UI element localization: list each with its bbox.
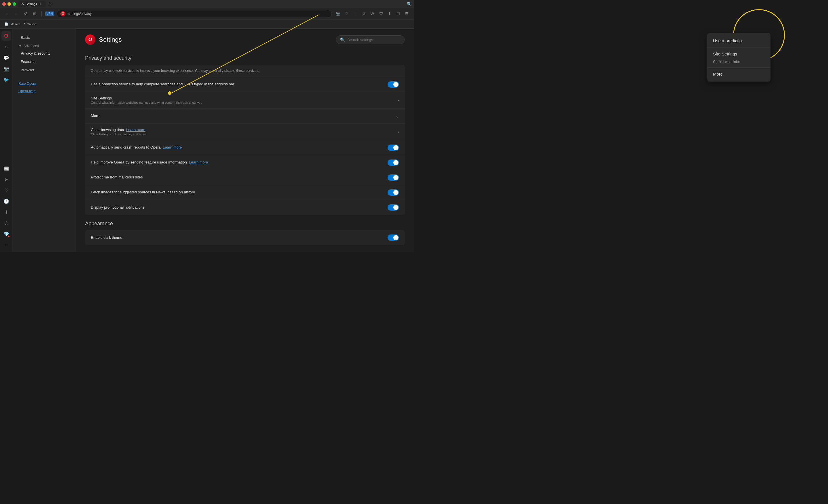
advanced-label: Advanced	[24, 44, 39, 48]
sidebar-item-basic[interactable]: Basic	[15, 33, 73, 42]
privacy-card: Opera may use web services to improve yo…	[85, 65, 405, 215]
minimize-button[interactable]	[7, 2, 11, 6]
sidebar-item-advanced[interactable]: ▼ Advanced	[13, 42, 76, 49]
tab-bar: ⚙ Settings × +	[18, 1, 53, 7]
fetch-images-action	[387, 189, 399, 196]
sidebar-icon-wallet[interactable]: 💎	[1, 229, 11, 239]
camera-button[interactable]: 📷	[334, 10, 341, 17]
divider-btn: |	[351, 10, 359, 17]
crash-reports-toggle-knob	[393, 145, 399, 150]
address-bar[interactable]: O settings/privacy	[57, 10, 332, 18]
bookmark-lifewire[interactable]: 📄 Lifewire	[5, 22, 20, 26]
active-tab[interactable]: ⚙ Settings ×	[18, 1, 46, 7]
sidebar-icon-instagram[interactable]: 📷	[1, 64, 11, 74]
feature-usage-text: Help improve Opera by sending feature us…	[91, 160, 387, 165]
promotional-toggle-knob	[393, 205, 399, 210]
bookmark-lifewire-label: Lifewire	[9, 22, 20, 26]
download-btn[interactable]: ⬇	[386, 10, 393, 17]
clear-browsing-arrow: ›	[398, 130, 399, 134]
sidebar-icon-extensions[interactable]: ⬡	[1, 218, 11, 228]
titlebar: ⚙ Settings × + 🔍	[0, 0, 414, 8]
sidebar-icon-download[interactable]: ⬇	[1, 207, 11, 217]
more-text: More	[91, 113, 396, 119]
crash-reports-learn-more[interactable]: Learn more	[163, 145, 182, 149]
address-text: settings/privacy	[68, 12, 92, 16]
window-btn[interactable]: ☐	[395, 10, 402, 17]
sidebar-icon-more[interactable]: ···	[1, 240, 11, 250]
card-row-clear-browsing[interactable]: Clear browsing data Learn more Clear his…	[85, 124, 405, 140]
traffic-lights	[2, 2, 16, 6]
sidebar-icon-clock[interactable]: 🕐	[1, 196, 11, 206]
tab-close-button[interactable]: ×	[39, 2, 43, 6]
fetch-images-label: Fetch images for suggested sources in Ne…	[91, 190, 387, 194]
card-row-more[interactable]: More ⌄	[85, 108, 405, 124]
extensions-btn[interactable]: ⧉	[360, 10, 367, 17]
maximize-button[interactable]	[13, 2, 16, 6]
rate-opera-link[interactable]: Rate Opera	[13, 80, 76, 87]
crash-reports-text: Automatically send crash reports to Oper…	[91, 145, 387, 150]
promotional-action	[387, 204, 399, 211]
clear-browsing-learn-more[interactable]: Learn more	[126, 128, 145, 132]
sidebar-icon-messenger[interactable]: 💬	[1, 53, 11, 63]
card-row-prediction-text: Use a prediction service to help complet…	[91, 82, 387, 87]
prediction-action	[387, 81, 399, 88]
sidebar-icon-twitter[interactable]: 🐦	[1, 75, 11, 85]
more-chevron-icon: ⌄	[396, 114, 399, 119]
malicious-action	[387, 174, 399, 181]
vpn-btn[interactable]: 🛡	[377, 10, 385, 17]
sidebar-icon-home[interactable]: ⌂	[1, 42, 11, 52]
clear-browsing-text: Clear browsing data Learn more Clear his…	[91, 128, 398, 136]
appearance-section-title: Appearance	[85, 221, 405, 227]
privacy-section-title: Privacy and security	[85, 55, 405, 61]
sidebar-item-features[interactable]: Features	[15, 57, 73, 66]
nav-divider	[41, 11, 42, 16]
titlebar-search-icon[interactable]: 🔍	[407, 2, 412, 6]
close-button[interactable]	[2, 2, 6, 6]
crash-reports-toggle[interactable]	[387, 144, 399, 151]
sidebar-icon-heart[interactable]: ♡	[1, 185, 11, 195]
vpn-badge[interactable]: VPN	[45, 11, 54, 16]
settings-opera-logo: O	[85, 35, 95, 45]
search-settings-icon: 🔍	[340, 37, 345, 42]
dark-theme-action	[387, 234, 399, 241]
sidebar-icon-opera[interactable]: O	[1, 31, 11, 41]
settings-title-text: Settings	[99, 36, 122, 43]
new-tab-button[interactable]: +	[47, 1, 53, 7]
sidebar-item-privacy-security[interactable]: Privacy & security	[15, 49, 73, 57]
sidebar-item-browser[interactable]: Browser	[15, 66, 73, 74]
site-settings-arrow: ›	[398, 98, 399, 103]
tab-settings-icon: ⚙	[21, 3, 24, 6]
settings-sidebar: Basic ▼ Advanced Privacy & security Feat…	[13, 29, 76, 252]
heart-button[interactable]: ♡	[343, 10, 350, 17]
card-row-site-settings[interactable]: Site Settings Control what information w…	[85, 92, 405, 108]
settings-content: O Settings 🔍 Privacy and security Opera …	[76, 29, 414, 252]
appearance-card: Enable dark theme	[85, 230, 405, 245]
reload-button[interactable]: ↺	[22, 10, 29, 17]
feature-usage-toggle-knob	[393, 160, 399, 165]
malicious-toggle[interactable]	[387, 174, 399, 181]
opera-help-link[interactable]: Opera help	[13, 87, 76, 95]
crash-reports-label: Automatically send crash reports to Oper…	[91, 145, 387, 149]
settings-header: O Settings 🔍	[76, 29, 414, 49]
feature-usage-toggle[interactable]	[387, 159, 399, 166]
wallet-btn[interactable]: W	[369, 10, 376, 17]
opera-address-icon: O	[60, 11, 66, 16]
grid-button[interactable]: ⊞	[31, 10, 38, 17]
malicious-label: Protect me from malicious sites	[91, 175, 387, 179]
feature-usage-learn-more[interactable]: Learn more	[189, 160, 208, 164]
forward-button[interactable]: ›	[13, 10, 19, 17]
search-settings-input[interactable]	[347, 38, 401, 42]
malicious-text: Protect me from malicious sites	[91, 175, 387, 180]
menu-btn[interactable]: ☰	[403, 10, 411, 17]
bookmarks-bar: 📄 Lifewire Y Yahoo	[0, 19, 414, 29]
back-button[interactable]: ‹	[3, 10, 10, 17]
sidebar-icon-news[interactable]: 📰	[1, 164, 11, 173]
sidebar-icon-send[interactable]: ➤	[1, 174, 11, 184]
bookmark-yahoo[interactable]: Y Yahoo	[24, 22, 36, 26]
search-settings-box[interactable]: 🔍	[336, 35, 405, 44]
prediction-toggle[interactable]	[387, 81, 399, 88]
clear-browsing-action: ›	[398, 130, 399, 134]
dark-theme-toggle[interactable]	[387, 234, 399, 241]
promotional-toggle[interactable]	[387, 204, 399, 211]
fetch-images-toggle[interactable]	[387, 189, 399, 196]
